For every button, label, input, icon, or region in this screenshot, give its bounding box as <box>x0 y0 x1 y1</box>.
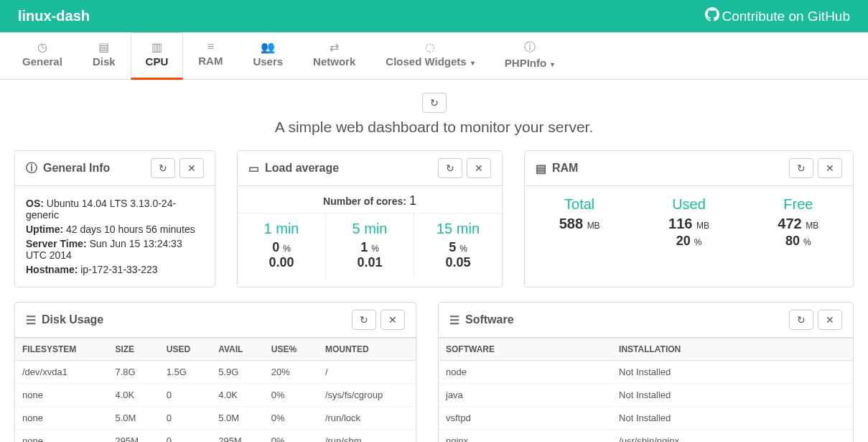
os-line: OS: Ubuntu 14.04 LTS 3.13.0-24-generic <box>26 198 204 221</box>
table-cell: 0 <box>159 384 211 407</box>
tab-users[interactable]: 👥Users <box>238 32 298 80</box>
ram-total-col: Total 588 MB <box>525 196 634 249</box>
table-header: FILESYSTEM <box>15 339 108 361</box>
table-cell: /run/lock <box>318 407 416 430</box>
servertime-line: Server Time: Sun Jun 15 13:24:33 UTC 201… <box>26 238 204 261</box>
ram-free-col: Free 472 MB 80 % <box>744 196 853 249</box>
global-refresh-bar: ↻ <box>0 80 868 119</box>
table-cell: 5.9G <box>211 361 264 384</box>
info-icon: ⓘ <box>26 161 37 176</box>
list-icon: ☰ <box>26 313 36 327</box>
tab-icon: ⓘ <box>505 40 555 55</box>
table-cell: 0 <box>159 407 211 430</box>
disk-close-button[interactable]: ✕ <box>381 310 405 330</box>
tab-ram[interactable]: ≡RAM <box>183 32 238 80</box>
tab-icon: ▥ <box>146 40 169 54</box>
refresh-icon: ↻ <box>446 162 454 174</box>
table-cell: 0% <box>264 384 318 407</box>
github-icon <box>705 7 719 25</box>
general-close-button[interactable]: ✕ <box>179 158 204 178</box>
close-icon: ✕ <box>826 162 834 174</box>
disk-refresh-button[interactable]: ↻ <box>352 310 376 330</box>
tab-label: General <box>22 55 62 68</box>
table-cell: 295M <box>211 430 264 443</box>
table-cell: 5.0M <box>108 407 159 430</box>
caret-icon: ▾ <box>551 60 554 68</box>
tab-phpinfo[interactable]: ⓘPHPInfo ▾ <box>490 32 570 80</box>
tab-label: Network <box>313 55 355 68</box>
tab-network[interactable]: ⇄Network <box>298 32 370 80</box>
software-panel: ☰ Software ↻ ✕ SOFTWAREINSTALLATION node… <box>438 302 854 442</box>
cores-line: Number of cores: 1 <box>238 186 502 213</box>
ram-icon: ▤ <box>536 162 546 175</box>
table-cell: /dev/xvda1 <box>15 361 108 384</box>
uptime-line: Uptime: 42 days 10 hours 56 minutes <box>26 224 204 235</box>
load-col: 15 min5 %0.05 <box>414 213 502 280</box>
tab-label: PHPInfo ▾ <box>505 57 555 69</box>
tab-disk[interactable]: ▤Disk <box>78 32 131 80</box>
ram-close-button[interactable]: ✕ <box>818 158 842 178</box>
refresh-icon: ↻ <box>360 314 368 326</box>
software-close-button[interactable]: ✕ <box>818 310 842 330</box>
general-info-panel: ⓘ General Info ↻ ✕ OS: Ubuntu 14.04 LTS … <box>14 150 215 287</box>
github-link[interactable]: Contribute on GitHub <box>705 7 851 25</box>
tab-label: Users <box>253 55 283 68</box>
tab-label: CPU <box>146 55 169 68</box>
refresh-icon: ↻ <box>797 162 806 174</box>
tab-icon: ≡ <box>198 40 223 53</box>
table-cell: /run/shm <box>318 430 416 443</box>
table-row: vsftpdNot Installed <box>439 407 853 430</box>
table-cell: 0 <box>159 430 211 443</box>
tab-general[interactable]: ◷General <box>7 32 78 80</box>
table-header: AVAIL <box>211 339 264 361</box>
table-row: none4.0K04.0K0%/sys/fs/cgroup <box>15 384 416 407</box>
table-cell: Not Installed <box>612 361 853 384</box>
disk-usage-panel: ☰ Disk Usage ↻ ✕ FILESYSTEMSIZEUSEDAVAIL… <box>14 302 416 442</box>
table-header: SIZE <box>108 339 159 361</box>
nav-tabs: ◷General▤Disk▥CPU≡RAM👥Users⇄Network◌Clos… <box>0 32 868 80</box>
table-cell: 7.8G <box>108 361 159 384</box>
table-cell: 4.0K <box>211 384 264 407</box>
table-cell: Not Installed <box>612 407 853 430</box>
load-close-button[interactable]: ✕ <box>467 158 491 178</box>
table-cell: 1.5G <box>159 361 211 384</box>
general-info-title: General Info <box>43 162 110 175</box>
table-cell: none <box>15 407 108 430</box>
ram-title: RAM <box>552 162 578 175</box>
table-cell: 20% <box>264 361 318 384</box>
tab-cpu[interactable]: ▥CPU <box>131 32 184 80</box>
table-header: USED <box>159 339 211 361</box>
table-cell: Not Installed <box>612 384 853 407</box>
disk-usage-title: Disk Usage <box>42 313 103 326</box>
close-icon: ✕ <box>475 162 483 174</box>
load-col: 1 min0 %0.00 <box>238 213 326 280</box>
table-header: SOFTWARE <box>439 339 612 361</box>
table-cell: node <box>439 361 612 384</box>
tab-closed-widgets[interactable]: ◌Closed Widgets ▾ <box>370 32 490 80</box>
close-icon: ✕ <box>826 314 834 326</box>
refresh-icon: ↻ <box>159 162 167 174</box>
software-title: Software <box>465 313 514 326</box>
software-table: SOFTWAREINSTALLATION nodeNot Installedja… <box>439 338 853 442</box>
table-cell: java <box>439 384 612 407</box>
tab-label: RAM <box>198 55 223 67</box>
general-refresh-button[interactable]: ↻ <box>151 158 175 178</box>
tab-icon: ◌ <box>386 40 475 54</box>
tab-icon: ⇄ <box>313 40 355 54</box>
table-cell: 295M <box>108 430 159 443</box>
global-refresh-button[interactable]: ↻ <box>422 93 447 113</box>
table-row: javaNot Installed <box>439 384 853 407</box>
table-header: MOUNTED <box>318 339 416 361</box>
software-refresh-button[interactable]: ↻ <box>789 310 813 330</box>
table-row: none295M0295M0%/run/shm <box>15 430 416 443</box>
table-cell: none <box>15 430 108 443</box>
table-cell: vsftpd <box>439 407 612 430</box>
tagline: A simple web dashboard to monitor your s… <box>0 119 868 136</box>
disk-table: FILESYSTEMSIZEUSEDAVAILUSE%MOUNTED /dev/… <box>15 338 416 442</box>
table-header: INSTALLATION <box>612 339 853 361</box>
table-cell: none <box>15 384 108 407</box>
load-refresh-button[interactable]: ↻ <box>438 158 462 178</box>
load-average-panel: ▭ Load average ↻ ✕ Number of cores: 1 1 … <box>237 150 503 287</box>
refresh-icon: ↻ <box>797 314 806 326</box>
ram-refresh-button[interactable]: ↻ <box>789 158 813 178</box>
